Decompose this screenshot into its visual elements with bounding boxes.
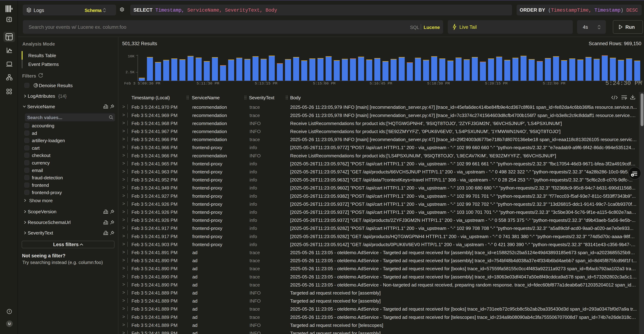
svg-text:?: ? <box>8 310 10 313</box>
